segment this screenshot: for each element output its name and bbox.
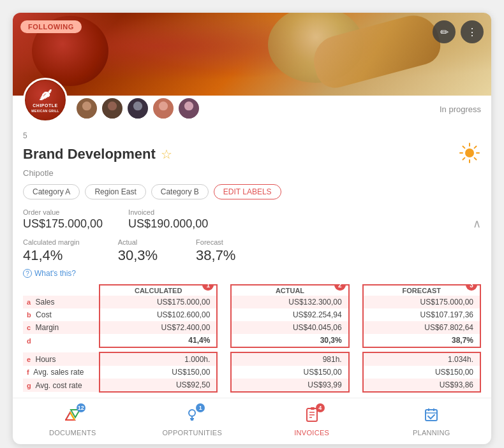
invoiced-label: Invoiced xyxy=(128,208,208,216)
project-company: Chipotle xyxy=(23,168,481,178)
cell-actual: US$92.254,94 xyxy=(231,308,348,321)
col3-badge: 3 xyxy=(466,284,477,291)
row-alpha: c xyxy=(27,324,31,331)
row-label-text: Cost xyxy=(36,310,52,319)
col-actual-label: ACTUAL xyxy=(276,287,304,294)
opportunities-label: OPPORTUNITIES xyxy=(162,429,222,437)
table-label-col-header xyxy=(23,285,100,296)
svg-point-6 xyxy=(159,101,168,110)
documents-badge: 12 xyxy=(77,403,85,412)
avatar-5 xyxy=(177,97,200,120)
row-label-cell: d xyxy=(23,334,100,347)
star-icon[interactable]: ☆ xyxy=(161,147,172,162)
table-row: d 41,4% 30,3% 38,7% xyxy=(23,334,480,347)
calc-margin-label: Calculated margin xyxy=(23,238,80,246)
svg-point-0 xyxy=(82,101,91,110)
calc-margin-item: Calculated margin 41,4% xyxy=(23,238,80,264)
nav-opportunities[interactable]: 1 OPPORTUNITIES xyxy=(133,405,253,439)
cell-calc: US$92,50 xyxy=(100,379,217,392)
help-icon: ? xyxy=(23,269,32,278)
status-badge: In progress xyxy=(440,105,481,114)
invoices-badge: 4 xyxy=(316,403,325,412)
col-calc-label: CALCULATED xyxy=(135,287,182,294)
nav-documents[interactable]: 12 DOCUMENTS xyxy=(13,405,133,439)
svg-point-3 xyxy=(105,111,119,120)
edit-button[interactable]: ✏ xyxy=(433,20,456,43)
row-label-text: Avg. sales rate xyxy=(33,368,84,377)
label-category-a[interactable]: Category A xyxy=(23,184,80,199)
invoices-icon: 4 xyxy=(304,407,320,426)
order-value-label: Order value xyxy=(23,208,103,216)
label-region-east[interactable]: Region East xyxy=(85,184,145,199)
avatars-row xyxy=(75,97,200,120)
cell-forecast: US$150,00 xyxy=(363,366,480,379)
cell-forecast: US$107.197,36 xyxy=(363,308,480,321)
actual-margin-value: 30,3% xyxy=(118,247,158,264)
table-row: f Avg. sales rate US$150,00 US$150,00 US… xyxy=(23,366,480,379)
col-forecast-label: FORECAST xyxy=(403,287,441,294)
cell-calc: US$175.000,00 xyxy=(100,296,217,308)
nav-planning[interactable]: PLANNING xyxy=(372,405,492,439)
cell-calc: 1.000h. xyxy=(100,352,217,366)
project-title-row: Brand Development ☆ xyxy=(23,141,481,167)
svg-point-23 xyxy=(189,410,195,416)
svg-rect-32 xyxy=(426,410,437,421)
table-row: g Avg. cost rate US$92,50 US$93,99 US$93… xyxy=(23,379,480,392)
financial-table: 1 CALCULATED 2 ACTUAL 3 FORECAST xyxy=(23,284,481,393)
col1-badge: 1 xyxy=(202,284,214,291)
cell-actual: 30,3% xyxy=(231,334,348,347)
company-logo: 🌶 CHIPOTLE MEXICAN GRILL xyxy=(23,78,68,122)
whats-this-link[interactable]: ? What's this? xyxy=(23,269,481,278)
actual-margin-label: Actual xyxy=(118,238,158,246)
cell-calc: US$72.400,00 xyxy=(100,321,217,334)
hero-actions: ✏ ⋮ xyxy=(433,20,484,43)
documents-label: DOCUMENTS xyxy=(49,429,96,437)
svg-point-2 xyxy=(108,101,117,110)
row-alpha: d xyxy=(27,337,31,345)
project-title: Brand Development xyxy=(23,146,156,163)
svg-line-17 xyxy=(475,147,477,148)
avatar-2 xyxy=(101,97,124,120)
svg-line-15 xyxy=(463,147,465,148)
logo-row: 🌶 CHIPOTLE MEXICAN GRILL In progr xyxy=(13,78,491,122)
invoices-label: INVOICES xyxy=(294,429,329,437)
row-alpha: a xyxy=(27,298,31,306)
opportunities-badge: 1 xyxy=(196,403,205,412)
labels-row: Category A Region East Category B EDIT L… xyxy=(23,184,481,199)
svg-rect-31 xyxy=(311,407,315,410)
logo-pepper-icon: 🌶 xyxy=(39,87,52,103)
logo-subtitle: MEXICAN GRILL xyxy=(31,109,59,113)
cell-actual: US$132.300,00 xyxy=(231,296,348,308)
invoiced-value: US$190.000,00 xyxy=(128,217,208,231)
table-row: e Hours 1.000h. 981h. 1.034h. xyxy=(23,352,480,366)
more-button[interactable]: ⋮ xyxy=(461,20,484,43)
table-row: c Margin US$72.400,00 US$40.045,06 US$67… xyxy=(23,321,480,334)
row-label-text: Margin xyxy=(35,323,59,332)
margins-section: Calculated margin 41,4% Actual 30,3% For… xyxy=(23,238,481,264)
cell-forecast: US$175.000,00 xyxy=(363,296,480,308)
edit-labels-button[interactable]: EDIT LABELS xyxy=(214,184,281,199)
whats-this-label: What's this? xyxy=(34,269,76,278)
row-alpha: g xyxy=(27,382,31,389)
nav-invoices[interactable]: 4 INVOICES xyxy=(252,405,372,439)
label-category-b[interactable]: Category B xyxy=(151,184,209,199)
bottom-nav: 12 DOCUMENTS 1 OPPORTUNITIES 4 INVOICES … xyxy=(13,398,491,444)
cell-forecast: US$93,86 xyxy=(363,379,480,392)
project-number: 5 xyxy=(23,131,481,140)
avatar-3 xyxy=(126,97,149,120)
col2-badge: 2 xyxy=(334,284,346,291)
cell-forecast: 1.034h. xyxy=(363,352,480,366)
financials-row: Order value US$175.000,00 Invoiced US$19… xyxy=(23,208,481,231)
row-label-text: Sales xyxy=(35,298,54,307)
col-calc-header: 1 CALCULATED xyxy=(100,285,217,296)
row-label-cell: a Sales xyxy=(23,296,100,308)
forecast-margin-item: Forecast 38,7% xyxy=(196,238,235,264)
svg-point-10 xyxy=(465,148,474,157)
documents-icon: 12 xyxy=(65,407,80,426)
collapse-arrow-icon[interactable]: ∧ xyxy=(473,217,481,231)
forecast-margin-value: 38,7% xyxy=(196,247,235,264)
row-alpha: b xyxy=(27,311,31,319)
row-label-text: Hours xyxy=(35,355,56,364)
data-table-section: 1 CALCULATED 2 ACTUAL 3 FORECAST xyxy=(23,284,481,398)
main-content: 5 Brand Development ☆ xyxy=(13,122,491,398)
